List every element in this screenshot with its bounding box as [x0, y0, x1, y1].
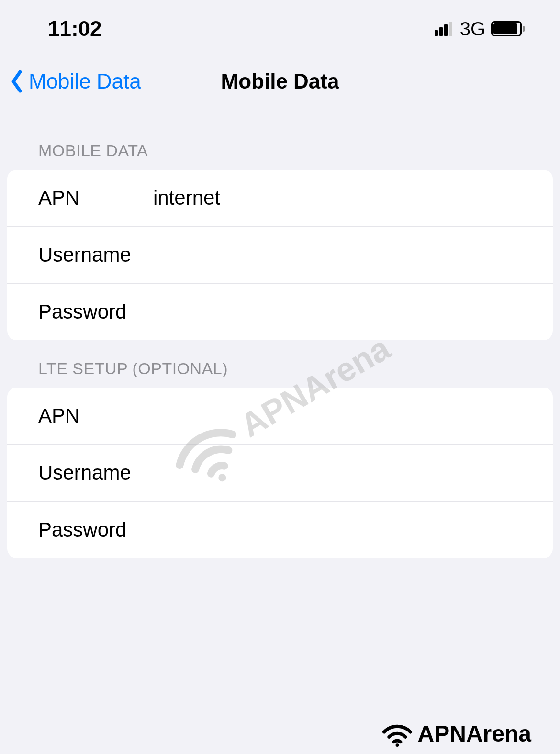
- lte-password-row[interactable]: Password: [7, 502, 553, 558]
- settings-group-mobile-data: APN Username Password: [7, 170, 553, 340]
- status-bar: 11:02 3G: [0, 0, 560, 50]
- lte-username-row[interactable]: Username: [7, 445, 553, 502]
- apn-label: APN: [38, 186, 153, 209]
- lte-apn-input[interactable]: [153, 404, 522, 427]
- signal-icon: [435, 22, 452, 36]
- lte-password-input[interactable]: [153, 518, 522, 541]
- password-label: Password: [38, 300, 153, 323]
- password-input[interactable]: [153, 300, 522, 323]
- svg-point-1: [395, 743, 399, 747]
- status-indicators: 3G: [435, 18, 522, 40]
- lte-password-label: Password: [38, 518, 153, 541]
- page-title: Mobile Data: [221, 69, 339, 93]
- watermark-bottom-text: APNArena: [418, 720, 531, 747]
- username-input[interactable]: [153, 243, 522, 266]
- wifi-icon: [381, 720, 414, 747]
- lte-apn-label: APN: [38, 404, 153, 427]
- section-header-mobile-data: MOBILE DATA: [0, 122, 560, 170]
- password-row[interactable]: Password: [7, 284, 553, 340]
- settings-group-lte-setup: APN Username Password: [7, 388, 553, 558]
- section-header-lte-setup: LTE SETUP (OPTIONAL): [0, 340, 560, 388]
- navigation-bar: Mobile Data Mobile Data: [0, 50, 560, 122]
- chevron-left-icon: [10, 69, 24, 93]
- lte-username-input[interactable]: [153, 461, 522, 484]
- network-type: 3G: [460, 18, 485, 40]
- status-time: 11:02: [48, 17, 102, 41]
- apn-input[interactable]: [153, 186, 522, 209]
- back-label: Mobile Data: [29, 69, 141, 93]
- lte-apn-row[interactable]: APN: [7, 388, 553, 445]
- username-label: Username: [38, 243, 153, 266]
- username-row[interactable]: Username: [7, 227, 553, 284]
- battery-icon: [491, 21, 522, 36]
- watermark-bottom: APNArena: [381, 720, 531, 747]
- lte-username-label: Username: [38, 461, 153, 484]
- back-button[interactable]: Mobile Data: [10, 69, 141, 93]
- apn-row[interactable]: APN: [7, 170, 553, 227]
